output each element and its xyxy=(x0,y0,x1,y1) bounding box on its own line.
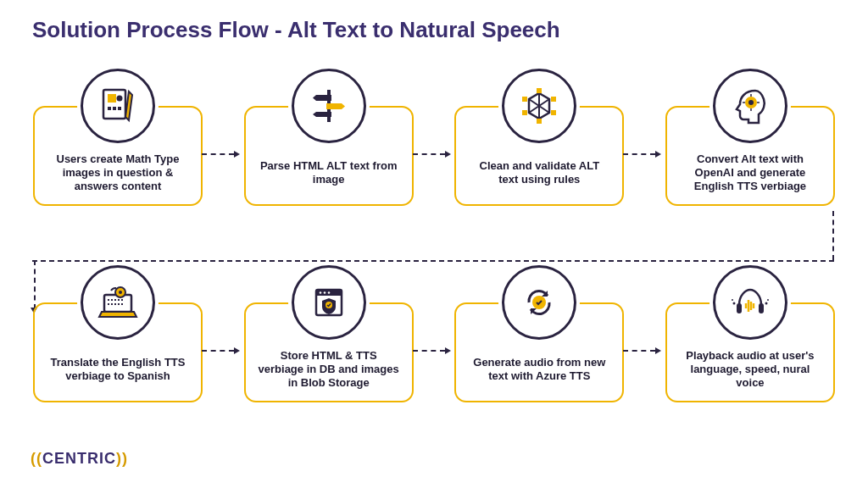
step-2: Parse HTML ALT text from image xyxy=(240,69,418,206)
step-text: Convert Alt text with OpenAI and generat… xyxy=(679,152,821,194)
svg-point-2 xyxy=(117,96,123,102)
logo-text: CENTRIC xyxy=(42,450,116,467)
svg-point-28 xyxy=(327,291,330,294)
logo-bracket-left: (( xyxy=(31,450,42,467)
flow-row-1: Users create Math Type images in questio… xyxy=(25,69,843,206)
svg-rect-8 xyxy=(537,119,542,124)
headphones-voice-icon xyxy=(713,265,787,340)
svg-rect-11 xyxy=(522,110,527,115)
translate-laptop-icon xyxy=(81,265,155,340)
svg-rect-3 xyxy=(108,107,111,110)
flow-connector xyxy=(32,260,834,262)
step-text: Playback audio at user's language, speed… xyxy=(679,349,821,391)
svg-point-38 xyxy=(732,299,733,301)
svg-point-37 xyxy=(732,302,735,305)
svg-rect-5 xyxy=(118,107,121,110)
flow-arrow xyxy=(623,153,661,155)
step-1: Users create Math Type images in questio… xyxy=(29,69,207,206)
step-text: Translate the English TTS verbiage to Sp… xyxy=(47,356,189,384)
flow-row-2: Translate the English TTS verbiage to Sp… xyxy=(25,265,843,402)
svg-point-23 xyxy=(119,291,122,294)
svg-point-26 xyxy=(319,291,321,294)
step-text: Clean and validate ALT text using rules xyxy=(468,159,610,187)
step-text: Users create Math Type images in questio… xyxy=(47,152,189,194)
cube-icon xyxy=(502,69,576,143)
svg-rect-10 xyxy=(551,97,556,102)
step-6: Store HTML & TTS verbiage in DB and imag… xyxy=(240,265,418,402)
step-text: Store HTML & TTS verbiage in DB and imag… xyxy=(258,349,400,391)
svg-rect-32 xyxy=(759,303,764,313)
process-flow: Users create Math Type images in questio… xyxy=(25,69,843,402)
svg-rect-7 xyxy=(537,88,542,93)
flow-arrow xyxy=(202,153,240,155)
ai-head-icon xyxy=(713,69,787,143)
svg-point-27 xyxy=(323,291,326,294)
flow-connector xyxy=(832,211,834,260)
signpost-icon xyxy=(292,69,366,143)
step-4: Convert Alt text with OpenAI and generat… xyxy=(661,69,839,206)
svg-rect-4 xyxy=(113,107,116,110)
svg-rect-31 xyxy=(737,303,742,313)
step-text: Parse HTML ALT text from image xyxy=(258,159,400,187)
step-3: Clean and validate ALT text using rules xyxy=(450,69,628,206)
brand-logo: ((CENTRIC)) xyxy=(31,450,128,468)
step-8: Playback audio at user's language, speed… xyxy=(661,265,839,402)
svg-point-40 xyxy=(767,299,769,301)
document-icon xyxy=(81,69,155,143)
flow-arrow xyxy=(623,350,661,352)
database-shield-icon xyxy=(292,265,366,340)
flow-arrow xyxy=(202,350,240,352)
step-text: Generate audio from new text with Azure … xyxy=(468,356,610,384)
logo-bracket-right: )) xyxy=(116,450,128,467)
step-5: Translate the English TTS verbiage to Sp… xyxy=(29,265,207,402)
svg-point-39 xyxy=(765,302,767,305)
refresh-audio-icon xyxy=(502,265,576,340)
step-7: Generate audio from new text with Azure … xyxy=(450,265,628,402)
flow-arrow xyxy=(413,153,451,155)
svg-rect-9 xyxy=(522,97,527,102)
svg-rect-1 xyxy=(108,94,116,103)
flow-arrow xyxy=(413,350,451,352)
svg-rect-12 xyxy=(551,110,556,115)
svg-point-14 xyxy=(748,100,754,105)
page-title: Solution Process Flow - Alt Text to Natu… xyxy=(32,17,843,43)
